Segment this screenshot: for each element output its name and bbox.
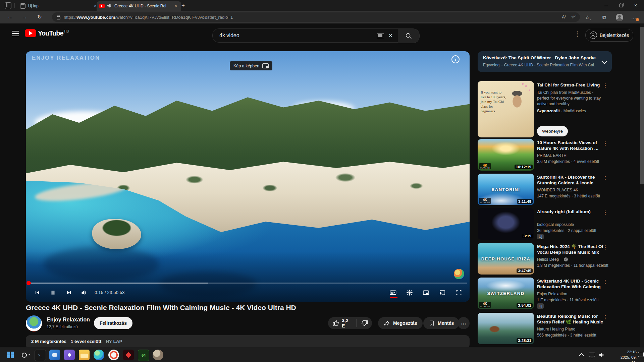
lock-icon[interactable] bbox=[57, 16, 60, 19]
suggestion-thumbnail[interactable]: 3:19 bbox=[478, 208, 534, 240]
taskbar-edge-icon[interactable] bbox=[94, 350, 104, 360]
suggestion-item[interactable]: SANTORINI 3:11:49 4KULTRA HD Santorini 4… bbox=[478, 174, 612, 205]
keyboard-icon[interactable] bbox=[377, 33, 384, 38]
search-button[interactable] bbox=[398, 28, 420, 43]
suggestion-thumbnail[interactable]: SANTORINI 3:11:49 4KULTRA HD bbox=[478, 174, 534, 205]
suggestion-item[interactable]: 3:19 Already right (full album) biologic… bbox=[478, 208, 612, 240]
taskbar-terminal-icon[interactable]: >_ bbox=[35, 350, 46, 361]
url-text: https://www.youtube.com/watch?v=oa1qKT-V… bbox=[64, 15, 233, 20]
more-actions-button[interactable]: … bbox=[458, 317, 470, 329]
signin-button[interactable]: Bejelentkezés bbox=[585, 29, 633, 42]
taskbar-gimp-icon[interactable] bbox=[153, 350, 163, 360]
like-button[interactable]: 3,2 E bbox=[328, 318, 356, 328]
suggestion-item[interactable]: DEEP HOUSE IBIZA 3:47:45 Mega Hits 2024 … bbox=[478, 243, 612, 275]
tray-expand-icon[interactable] bbox=[580, 347, 583, 362]
settings-gear-icon[interactable] bbox=[405, 288, 415, 298]
workspaces-icon[interactable] bbox=[5, 2, 11, 9]
suggestion-item[interactable]: 3:28:31 Beautiful Relaxing Music for Str… bbox=[478, 313, 612, 344]
browser-tab-newtab[interactable]: Új lap × bbox=[17, 1, 101, 11]
notification-center-icon[interactable] bbox=[638, 352, 644, 357]
up-next-panel[interactable]: Következő: The Spirit Of Winter - Dylan … bbox=[478, 51, 612, 72]
volume-icon[interactable] bbox=[79, 288, 89, 298]
item-menu-icon[interactable]: ⋮ bbox=[603, 175, 608, 181]
ad-thumbnail[interactable]: If you want to live to 100 years, join m… bbox=[478, 81, 534, 137]
miniplayer-icon[interactable] bbox=[421, 288, 431, 298]
browser-tab-active[interactable]: Greece 4K UHD - Scenic Rel × bbox=[97, 1, 181, 11]
channel-name[interactable]: Enjoy Relaxation bbox=[47, 317, 90, 323]
back-button[interactable]: ← bbox=[6, 13, 14, 21]
ad-cta-button[interactable]: Webhelyre bbox=[537, 126, 568, 136]
browser-titlebar: Új lap × Greece 4K UHD - Scenic Rel × + … bbox=[0, 0, 644, 11]
reload-button[interactable]: ↻ bbox=[36, 13, 44, 21]
fullscreen-icon[interactable] bbox=[454, 288, 464, 298]
pause-button[interactable] bbox=[48, 288, 58, 298]
save-button[interactable]: Mentés bbox=[423, 317, 459, 329]
info-icon[interactable]: i bbox=[451, 55, 460, 63]
search-input[interactable]: 4k video × bbox=[212, 28, 398, 43]
subtitles-icon[interactable] bbox=[388, 288, 398, 298]
taskbar-search-icon[interactable] bbox=[20, 350, 31, 360]
forward-button[interactable]: → bbox=[21, 13, 29, 21]
favorites-icon[interactable]: ☆≡ bbox=[584, 13, 592, 22]
channel-logo-watermark[interactable] bbox=[454, 269, 464, 279]
profile-avatar[interactable] bbox=[616, 14, 623, 21]
previous-button[interactable] bbox=[32, 288, 42, 298]
advertiser-name: · MadMuscles bbox=[560, 109, 586, 113]
like-count: 3,2 E bbox=[342, 318, 352, 328]
page-scrollbar-thumb[interactable] bbox=[640, 27, 644, 184]
quality-badge: 4KULTRA HD bbox=[479, 163, 491, 169]
item-menu-icon[interactable]: ⋮ bbox=[603, 82, 608, 88]
suggestion-thumbnail[interactable]: SWITZERLAND 3:54:01 4KULTRA HD bbox=[478, 278, 534, 309]
item-menu-icon[interactable]: ⋮ bbox=[603, 140, 608, 146]
item-menu-icon[interactable]: ⋮ bbox=[603, 314, 608, 320]
subscribe-button[interactable]: Feliratkozás bbox=[94, 317, 132, 329]
collections-icon[interactable]: ⧉ bbox=[600, 13, 608, 22]
chevron-down-icon[interactable] bbox=[602, 59, 607, 64]
channel-watermark-text: ENJOY RELAXATION bbox=[32, 55, 100, 61]
next-button[interactable] bbox=[64, 288, 74, 298]
suggestion-thumbnail[interactable]: 10:12:19 4KULTRA HD bbox=[478, 139, 534, 171]
network-icon[interactable] bbox=[589, 347, 595, 362]
tab-close-icon[interactable]: × bbox=[173, 3, 178, 9]
suggestion-thumbnail[interactable]: 3:28:31 bbox=[478, 313, 534, 344]
new-tab-button[interactable]: + bbox=[180, 2, 186, 9]
video-player[interactable]: ENJOY RELAXATION i Kép a képben 0:15 / 2… bbox=[26, 51, 470, 302]
sponsored-item[interactable]: If you want to live to 100 years, join m… bbox=[478, 81, 612, 137]
tab-audio-icon[interactable] bbox=[107, 4, 112, 9]
address-bar[interactable]: https://www.youtube.com/watch?v=oa1qKT-V… bbox=[52, 12, 580, 22]
window-close-button[interactable]: × bbox=[629, 0, 643, 11]
share-button[interactable]: Megosztás bbox=[378, 317, 423, 329]
cast-icon[interactable] bbox=[437, 288, 447, 298]
pip-icon bbox=[262, 63, 269, 68]
item-menu-icon[interactable]: ⋮ bbox=[603, 209, 608, 216]
taskbar-dark-red-app-icon[interactable] bbox=[123, 350, 134, 360]
taskbar-app-64-icon[interactable]: 64 bbox=[138, 350, 149, 361]
suggestion-item[interactable]: SWITZERLAND 3:54:01 4KULTRA HD Switzerla… bbox=[478, 278, 612, 309]
progress-bar[interactable] bbox=[29, 283, 467, 284]
read-aloud-icon[interactable]: A) bbox=[562, 14, 566, 19]
dislike-button[interactable] bbox=[357, 320, 372, 326]
window-minimize-button[interactable] bbox=[599, 0, 613, 11]
duration-badge: 3:54:01 bbox=[517, 303, 533, 308]
tray-volume-icon[interactable] bbox=[599, 347, 604, 362]
suggestion-thumbnail[interactable]: DEEP HOUSE IBIZA 3:47:45 bbox=[478, 243, 534, 275]
progress-handle[interactable] bbox=[26, 281, 31, 285]
item-menu-icon[interactable]: ⋮ bbox=[603, 279, 608, 285]
suggestion-item[interactable]: 10:12:19 4KULTRA HD 10 Hours Fantastic V… bbox=[478, 139, 612, 171]
taskbar-start-button[interactable] bbox=[5, 350, 16, 360]
clear-search-icon[interactable]: × bbox=[389, 32, 392, 39]
taskbar-blue-app-icon[interactable] bbox=[49, 350, 60, 360]
taskbar-file-explorer-icon[interactable] bbox=[79, 350, 90, 360]
taskbar-browser-red-icon[interactable] bbox=[108, 350, 119, 360]
channel-avatar[interactable] bbox=[26, 315, 42, 331]
youtube-logo[interactable]: YouTube HU bbox=[25, 29, 69, 37]
taskbar-clock[interactable]: 22:16 2025. 09. 18. bbox=[616, 349, 637, 362]
item-menu-icon[interactable]: ⋮ bbox=[603, 244, 608, 250]
description-box[interactable]: 2 M megtekintés 1 évvel ezelőtt HY LAP bbox=[26, 335, 470, 349]
window-restore-button[interactable] bbox=[614, 0, 628, 11]
youtube-settings-menu-icon[interactable]: ⋮ bbox=[574, 30, 580, 38]
menu-hamburger-icon[interactable] bbox=[12, 31, 19, 36]
sponsored-label: Szponzorált bbox=[537, 109, 560, 113]
add-favorite-icon[interactable]: ☆+ bbox=[571, 14, 577, 19]
taskbar-purple-app-icon[interactable] bbox=[64, 350, 75, 360]
